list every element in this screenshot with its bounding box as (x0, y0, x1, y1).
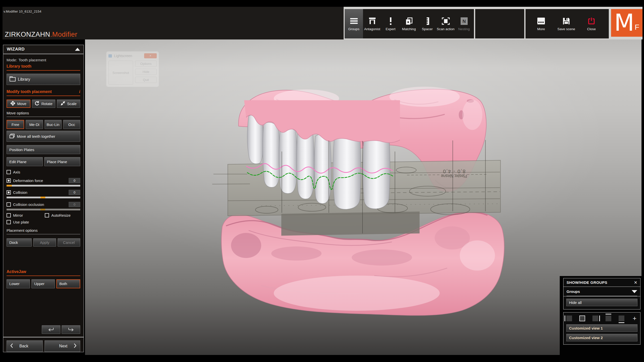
wizard-panel: Mode:Tooth placement Library tooth Libra… (3, 54, 84, 352)
edit-plane-button[interactable]: Edit Plane (7, 157, 43, 166)
scale-button[interactable]: Scale (57, 100, 80, 108)
mirror-checkbox[interactable] (7, 213, 11, 217)
move-all-teeth-button[interactable]: Move all teeth together (7, 131, 80, 142)
scan-brackets-icon (442, 17, 450, 25)
collision-occlusion-checkbox[interactable] (7, 202, 11, 207)
deformation-slider[interactable] (7, 185, 80, 187)
lightscreen-quit-button[interactable]: Quit (135, 77, 157, 83)
mirror-label: Mirror (13, 213, 23, 217)
toolbar-label: Close (587, 27, 596, 31)
buc-lin-button[interactable]: Buc-Lin (45, 120, 62, 129)
me-di-button[interactable]: Me-Di (26, 120, 43, 129)
info-icon[interactable]: i (79, 89, 80, 94)
toolbar-button-scan-action[interactable]: Scan action (436, 9, 455, 38)
upper-jaw-button[interactable]: Upper (31, 279, 55, 288)
collision-value[interactable]: 0 (69, 190, 80, 195)
view-right-icon[interactable] (592, 315, 598, 321)
place-plane-button[interactable]: Place Plane (44, 157, 80, 166)
lightscreen-screenshot-button[interactable]: Screenshot (108, 61, 133, 85)
mode-label: Mode: (7, 58, 17, 62)
use-plate-checkbox[interactable] (7, 220, 11, 224)
hide-all-button[interactable]: Hide all (566, 299, 637, 306)
folder-icon (9, 76, 16, 83)
toolbar-button-save-scene[interactable]: Save scene (554, 9, 579, 38)
view-full-icon[interactable] (579, 315, 585, 321)
dental-model-scene[interactable]: 8,0 - 4,0 Plaster Niesne (85, 39, 641, 355)
autoresize-row: AutoResize (45, 213, 71, 218)
use-plate-row: Use plate (7, 219, 80, 225)
autoresize-checkbox[interactable] (45, 213, 49, 217)
brand-primary: ZIRKONZAHN (5, 31, 50, 38)
axis-label: Axis (13, 170, 20, 174)
groups-panel-title: SHOW/HIDE GROUPS (567, 280, 634, 285)
close-icon[interactable]: × (634, 280, 637, 285)
axis-checkbox[interactable] (7, 170, 11, 174)
wizard-title: WIZARD (7, 47, 75, 52)
toolbar-button-antagonist[interactable]: Antagonist (363, 9, 381, 38)
lightscreen-options-button[interactable]: Options (135, 61, 157, 67)
axis-row: Axis (7, 169, 80, 175)
view-top-icon[interactable] (606, 315, 611, 321)
ruler-icon (425, 17, 429, 25)
mirror-autoresize-row: Mirror AutoResize (7, 213, 80, 218)
toolbar-button-more[interactable]: More (529, 9, 554, 38)
exclamation-icon (389, 17, 392, 25)
add-view-icon[interactable]: + (632, 315, 637, 321)
both-jaws-button[interactable]: Both (56, 279, 80, 288)
toolbar-button-matching[interactable]: Matching (400, 9, 418, 38)
toolbar-label: Nesting (458, 27, 470, 31)
free-button[interactable]: Free (7, 120, 24, 129)
customized-view-1-button[interactable]: Customized view 1 (566, 324, 637, 332)
wizard-header[interactable]: WIZARD (3, 45, 84, 54)
lightscreen-dialog: Lightscreen × Screenshot Options Hide Qu… (106, 52, 159, 87)
view-left-icon[interactable] (566, 315, 572, 321)
group-move-icon (9, 133, 15, 139)
occ-button[interactable]: Occ (63, 120, 80, 129)
toolbar-label: Spacer (422, 27, 433, 31)
collision-occlusion-slider (7, 209, 80, 210)
placement-buttons-row: Dock Apply Cancel (7, 238, 80, 247)
toolbar-label: Groups (348, 27, 359, 31)
logo-sub-letter: F (635, 23, 639, 31)
toolbar-label: Scan action (437, 27, 455, 31)
groups-dropdown[interactable]: Groups (564, 287, 640, 296)
lightscreen-hide-button[interactable]: Hide (135, 69, 157, 75)
lightscreen-close-button[interactable]: × (144, 53, 157, 58)
svg-text:Plaster Niesne: Plaster Niesne (441, 174, 467, 178)
collision-checkbox[interactable] (7, 190, 11, 195)
next-button[interactable]: Next (45, 340, 80, 352)
toolbar-button-expert[interactable]: Expert (381, 9, 400, 38)
toolbar-button-groups[interactable]: Groups (345, 9, 363, 38)
deformation-checkbox[interactable] (7, 178, 11, 183)
toolbar-button-close[interactable]: Close (579, 9, 604, 38)
rotate-button[interactable]: Rotate (32, 100, 55, 108)
toolbar-label: More (537, 27, 545, 31)
cancel-button: Cancel (58, 238, 80, 247)
lower-jaw-button[interactable]: Lower (7, 279, 30, 288)
toolbar-label: Expert (386, 27, 395, 31)
views-box: + Customized view 1 Customized view 2 (563, 312, 640, 345)
back-button[interactable]: Back (7, 340, 43, 352)
toolbar-label: Matching (402, 27, 416, 31)
scale-icon (61, 101, 65, 106)
window-title: v.Modifier 10_6132_2154 (4, 10, 41, 13)
svg-text:N: N (462, 19, 466, 24)
deformation-value[interactable]: 0 (69, 178, 80, 183)
customized-view-2-button[interactable]: Customized view 2 (566, 334, 637, 341)
toolbar-label: Save scene (557, 27, 575, 31)
collapse-arrow-icon[interactable] (75, 48, 80, 51)
viewport-3d[interactable]: 8,0 - 4,0 Plaster Niesne (85, 39, 641, 355)
view-bottom-icon[interactable] (619, 315, 624, 321)
dock-button[interactable]: Dock (7, 238, 32, 247)
move-button[interactable]: Move (7, 100, 30, 108)
groups-box: SHOW/HIDE GROUPS × Groups Hide all (563, 278, 640, 309)
redo-button[interactable] (62, 325, 80, 334)
toolbar-button-spacer[interactable]: Spacer (418, 9, 436, 38)
collision-slider[interactable] (7, 197, 80, 198)
power-door-icon (588, 17, 595, 25)
undo-button[interactable] (42, 325, 60, 334)
position-plates-button[interactable]: Position Plates (7, 145, 80, 154)
library-button[interactable]: Library (7, 74, 80, 85)
svg-text:8,0 - 4,0: 8,0 - 4,0 (442, 169, 465, 174)
groups-dropdown-label: Groups (567, 289, 632, 294)
